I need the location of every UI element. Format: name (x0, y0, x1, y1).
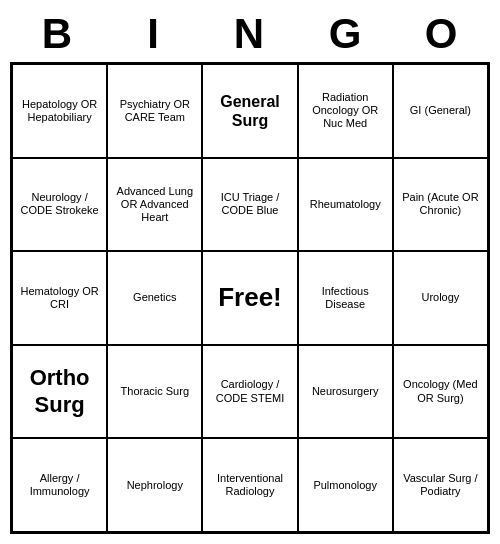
bingo-cell: Nephrology (107, 438, 202, 532)
bingo-cell: Urology (393, 251, 488, 345)
bingo-letter: O (394, 10, 490, 58)
bingo-cell: Genetics (107, 251, 202, 345)
bingo-letter: N (202, 10, 298, 58)
bingo-letter: B (10, 10, 106, 58)
bingo-cell: ICU Triage / CODE Blue (202, 158, 297, 252)
bingo-cell: Hepatology OR Hepatobiliary (12, 64, 107, 158)
bingo-cell: Neurosurgery (298, 345, 393, 439)
bingo-cell: Pulmonology (298, 438, 393, 532)
bingo-cell: Thoracic Surg (107, 345, 202, 439)
bingo-cell: Free! (202, 251, 297, 345)
bingo-cell: Vascular Surg / Podiatry (393, 438, 488, 532)
bingo-cell: Advanced Lung OR Advanced Heart (107, 158, 202, 252)
bingo-grid: Hepatology OR HepatobiliaryPsychiatry OR… (10, 62, 490, 534)
bingo-letter: I (106, 10, 202, 58)
bingo-cell: Infectious Disease (298, 251, 393, 345)
bingo-cell: Pain (Acute OR Chronic) (393, 158, 488, 252)
bingo-cell: Neurology / CODE Strokeke (12, 158, 107, 252)
bingo-cell: Allergy / Immunology (12, 438, 107, 532)
bingo-cell: Rheumatology (298, 158, 393, 252)
bingo-title: BINGO (10, 10, 490, 58)
bingo-cell: Cardiology / CODE STEMI (202, 345, 297, 439)
bingo-cell: Radiation Oncology OR Nuc Med (298, 64, 393, 158)
bingo-letter: G (298, 10, 394, 58)
bingo-cell: Hematology OR CRI (12, 251, 107, 345)
bingo-cell: General Surg (202, 64, 297, 158)
bingo-cell: Psychiatry OR CARE Team (107, 64, 202, 158)
bingo-cell: Interventional Radiology (202, 438, 297, 532)
bingo-cell: Ortho Surg (12, 345, 107, 439)
bingo-cell: Oncology (Med OR Surg) (393, 345, 488, 439)
bingo-cell: GI (General) (393, 64, 488, 158)
